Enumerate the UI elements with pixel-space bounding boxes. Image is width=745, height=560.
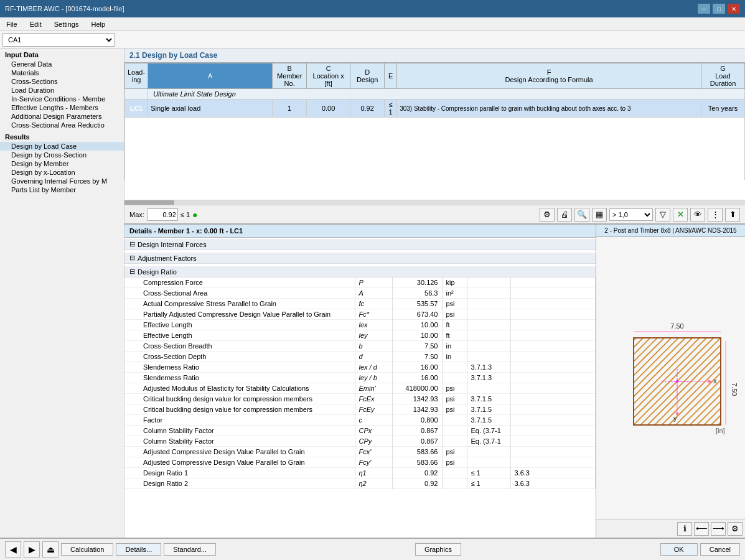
standard-button[interactable]: Standard... bbox=[164, 543, 216, 556]
detail-extra: 3.6.3 bbox=[510, 468, 596, 478]
export2-btn[interactable]: ⬆ bbox=[725, 208, 740, 222]
details-group-header-adjustment[interactable]: ⊟ Adjustment Factors bbox=[124, 253, 596, 264]
cs-svg: 7.50 7.50 bbox=[615, 316, 727, 441]
nav-home-btn[interactable]: ⏏ bbox=[42, 541, 59, 558]
table-btn[interactable]: ▦ bbox=[592, 208, 607, 222]
sidebar-item-design-member[interactable]: Design by Member bbox=[0, 159, 124, 168]
detail-ref: 3.7.1.5 bbox=[467, 415, 510, 426]
sidebar-item-cross-sectional[interactable]: Cross-Sectional Area Reductio bbox=[0, 121, 124, 129]
section-header: 2.1 Design by Load Case bbox=[124, 49, 745, 63]
menu-settings[interactable]: Settings bbox=[50, 19, 83, 29]
sidebar-item-parts-list[interactable]: Parts List by Member bbox=[0, 185, 124, 194]
svg-text:x: x bbox=[713, 377, 717, 385]
filter-btn[interactable]: ⚙ bbox=[540, 208, 555, 222]
detail-prop: Slenderness Ratio bbox=[124, 362, 355, 373]
detail-unit: psi bbox=[442, 383, 467, 394]
detail-unit: psi bbox=[442, 404, 467, 415]
detail-extra bbox=[510, 341, 596, 352]
sidebar-item-design-loadcase[interactable]: Design by Load Case bbox=[0, 142, 124, 151]
details-section: Details - Member 1 - x: 0.00 ft - LC1 ⊟ … bbox=[124, 223, 745, 538]
detail-ref: ≤ 1 bbox=[467, 478, 510, 489]
ca-selector[interactable]: CA1 bbox=[2, 33, 115, 47]
detail-sym: Emin' bbox=[355, 383, 392, 394]
horizontal-scrollbar[interactable] bbox=[124, 200, 745, 205]
detail-unit: psi bbox=[442, 457, 467, 468]
detail-ref bbox=[467, 383, 510, 394]
details-button[interactable]: Details... bbox=[116, 543, 161, 556]
cs-right-btn[interactable]: ⟶ bbox=[711, 522, 726, 536]
sidebar-item-general[interactable]: General Data bbox=[0, 60, 124, 68]
details-table-row: Compression Force P 30.126 kip bbox=[124, 278, 596, 288]
detail-sym: Fcx' bbox=[355, 447, 392, 457]
cs-left-btn[interactable]: ⟵ bbox=[694, 522, 709, 536]
details-group-header-ratio[interactable]: ⊟ Design Ratio bbox=[124, 266, 596, 278]
cancel-button[interactable]: Cancel bbox=[700, 543, 740, 556]
detail-extra bbox=[510, 288, 596, 299]
details-table-row: Cross-Section Breadth b 7.50 in bbox=[124, 341, 596, 352]
member-no-cell: 1 bbox=[273, 100, 307, 118]
detail-val: 583.66 bbox=[392, 457, 442, 468]
details-table-row: Column Stability Factor CPx 0.867 Eq. (3… bbox=[124, 426, 596, 436]
detail-val: 7.50 bbox=[392, 352, 442, 362]
details-table-row: Slenderness Ratio lex / d 16.00 3.7.1.3 bbox=[124, 362, 596, 373]
cs-settings-btn[interactable]: ⚙ bbox=[728, 522, 743, 536]
max-label: Max: bbox=[129, 211, 144, 218]
details-group-adjustment: ⊟ Adjustment Factors bbox=[124, 251, 596, 265]
detail-sym: ley / b bbox=[355, 373, 392, 383]
filter-select[interactable]: > 1,0 bbox=[609, 208, 653, 221]
th-col-d: D Design bbox=[350, 63, 385, 89]
sidebar-item-inservice[interactable]: In-Service Conditions - Membe bbox=[0, 95, 124, 103]
sidebar-item-load-duration[interactable]: Load Duration bbox=[0, 86, 124, 95]
detail-ref bbox=[467, 309, 510, 320]
sidebar-item-design-xlocation[interactable]: Design by x-Location bbox=[0, 168, 124, 177]
detail-val: 0.92 bbox=[392, 468, 442, 478]
detail-val: 583.66 bbox=[392, 447, 442, 457]
cs-info-btn[interactable]: ℹ bbox=[677, 522, 692, 536]
detail-ref: 3.7.1.3 bbox=[467, 362, 510, 373]
close-button[interactable]: ✕ bbox=[728, 4, 740, 14]
nav-fwd-btn[interactable]: ▶ bbox=[24, 541, 40, 558]
detail-extra bbox=[510, 330, 596, 341]
detail-val: 10.00 bbox=[392, 320, 442, 330]
ok-button[interactable]: OK bbox=[660, 543, 698, 556]
view-btn[interactable]: 👁 bbox=[690, 208, 705, 222]
detail-extra bbox=[510, 373, 596, 383]
table-area: Load- ing A B Member No. C Location x [f… bbox=[124, 63, 745, 200]
detail-ref: 3.7.1.5 bbox=[467, 394, 510, 404]
th-col-a: A bbox=[148, 63, 273, 89]
detail-sym: lex / d bbox=[355, 362, 392, 373]
table-row[interactable]: LC1 Single axial load 1 0.00 0.92 ≤ 1 30… bbox=[125, 100, 745, 118]
details-table: Compression Force P 30.126 kip Cross-Sec… bbox=[124, 278, 596, 489]
expand-icon-ratio: ⊟ bbox=[129, 268, 135, 276]
more-btn[interactable]: ⋮ bbox=[708, 208, 723, 222]
sidebar-item-effective-lengths[interactable]: Effective Lengths - Members bbox=[0, 103, 124, 112]
detail-unit: psi bbox=[442, 309, 467, 320]
sidebar-item-governing-internal[interactable]: Governing Internal Forces by M bbox=[0, 177, 124, 185]
minimize-button[interactable]: ─ bbox=[698, 4, 710, 14]
maximize-button[interactable]: □ bbox=[713, 4, 725, 14]
detail-extra bbox=[510, 415, 596, 426]
funnel-btn[interactable]: ▽ bbox=[655, 208, 670, 222]
detail-unit: psi bbox=[442, 447, 467, 457]
th-col-c: C Location x [ft] bbox=[307, 63, 350, 89]
excel-btn[interactable]: ✕ bbox=[673, 208, 688, 222]
sidebar-item-materials[interactable]: Materials bbox=[0, 68, 124, 77]
menu-help[interactable]: Help bbox=[87, 19, 109, 29]
calc-button[interactable]: Calculation bbox=[61, 543, 113, 556]
detail-val: 0.867 bbox=[392, 436, 442, 447]
graphics-button[interactable]: Graphics bbox=[415, 543, 461, 556]
detail-extra bbox=[510, 394, 596, 404]
print-btn[interactable]: 🖨 bbox=[557, 208, 572, 222]
sidebar-item-design-crosssection[interactable]: Design by Cross-Section bbox=[0, 151, 124, 159]
detail-extra bbox=[510, 278, 596, 288]
detail-ref bbox=[467, 457, 510, 468]
menu-edit[interactable]: Edit bbox=[26, 19, 45, 29]
max-value-input[interactable] bbox=[147, 208, 178, 221]
menu-file[interactable]: File bbox=[2, 19, 21, 29]
nav-back-btn[interactable]: ◀ bbox=[5, 541, 21, 558]
details-group-header-internal[interactable]: ⊟ Design Internal Forces bbox=[124, 239, 596, 250]
sidebar-item-additional-design[interactable]: Additional Design Parameters bbox=[0, 112, 124, 121]
sidebar-item-cross-sections[interactable]: Cross-Sections bbox=[0, 77, 124, 86]
detail-val: 10.00 bbox=[392, 330, 442, 341]
search-btn[interactable]: 🔍 bbox=[574, 208, 589, 222]
